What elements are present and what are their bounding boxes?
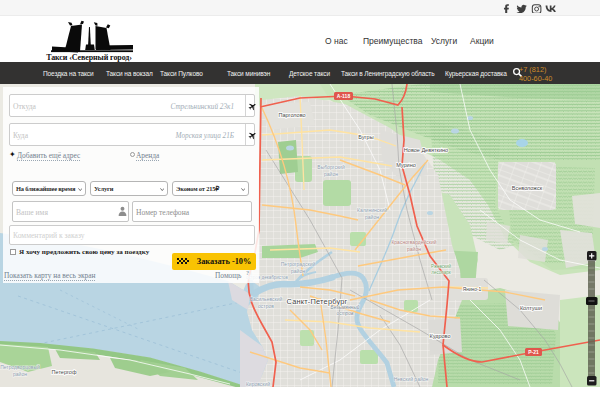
svg-text:Петроградский: Петроградский: [281, 261, 316, 267]
svg-text:Калининский: Калининский: [357, 207, 387, 213]
svg-text:район: район: [324, 171, 338, 177]
svg-text:Кудрово: Кудрово: [429, 333, 450, 339]
svg-text:Красногвардейский: Красногвардейский: [391, 239, 436, 245]
svg-text:Р-21: Р-21: [528, 349, 539, 355]
svg-text:А-118: А-118: [337, 93, 351, 99]
svg-text:Бугры: Бугры: [358, 134, 373, 140]
svg-text:район: район: [13, 371, 27, 377]
svg-text:лесопарк: лесопарк: [431, 270, 450, 275]
svg-text:Петергоф: Петергоф: [52, 369, 77, 375]
svg-text:район: район: [407, 246, 421, 252]
svg-text:Всеволожск: Всеволожск: [512, 185, 543, 191]
svg-text:Петродворцовый: Петродворцовый: [0, 364, 40, 370]
svg-text:Васильевский: Васильевский: [250, 296, 283, 302]
svg-text:Колтуши: Колтуши: [520, 305, 542, 311]
svg-text:Янино-1: Янино-1: [463, 287, 482, 292]
svg-text:Ржевский: Ржевский: [431, 263, 452, 269]
svg-text:Выборгский: Выборгский: [317, 164, 345, 170]
svg-text:Новое Девяткино: Новое Девяткино: [404, 147, 448, 153]
svg-text:Кировский: Кировский: [246, 381, 270, 387]
svg-text:Парголово: Парголово: [278, 112, 305, 118]
svg-text:Безымянный: Безымянный: [331, 304, 360, 310]
svg-text:район: район: [291, 268, 305, 274]
svg-text:остров: остров: [337, 311, 354, 316]
svg-text:Мурино: Мурино: [396, 162, 416, 168]
svg-text:Невский район: Невский район: [394, 376, 429, 382]
svg-text:район: район: [365, 214, 379, 220]
svg-text:остров: остров: [258, 303, 274, 309]
